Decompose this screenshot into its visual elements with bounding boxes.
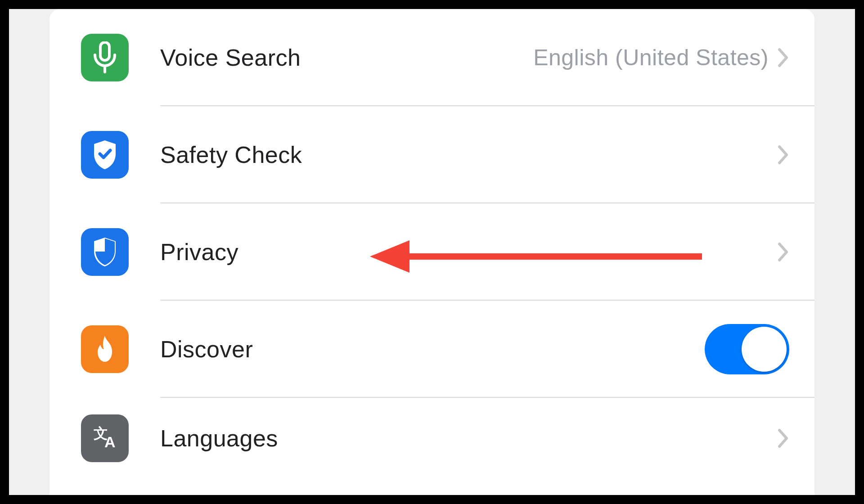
settings-row-safety-check[interactable]: Safety Check — [50, 106, 814, 203]
settings-panel: Voice Search English (United States) Saf… — [50, 9, 814, 495]
settings-row-privacy[interactable]: Privacy — [50, 203, 814, 301]
row-label: Languages — [160, 425, 778, 452]
microphone-icon — [81, 34, 129, 81]
chevron-right-icon — [778, 145, 789, 165]
settings-row-voice-search[interactable]: Voice Search English (United States) — [50, 9, 814, 106]
row-label: Privacy — [160, 238, 778, 266]
chevron-right-icon — [778, 242, 789, 262]
discover-toggle[interactable] — [705, 324, 789, 374]
row-label: Safety Check — [160, 141, 778, 168]
chevron-right-icon — [778, 428, 789, 448]
shield-privacy-icon — [81, 228, 129, 276]
chevron-right-icon — [778, 48, 789, 68]
row-label: Voice Search — [160, 44, 533, 71]
shield-check-icon — [81, 131, 129, 179]
translate-icon: 文 A — [81, 414, 129, 462]
svg-text:A: A — [104, 433, 116, 450]
toggle-knob — [742, 327, 787, 372]
settings-row-discover[interactable]: Discover — [50, 301, 814, 398]
screenshot-frame: Voice Search English (United States) Saf… — [9, 9, 855, 495]
flame-icon — [81, 325, 129, 373]
row-label: Discover — [160, 336, 705, 363]
settings-row-languages[interactable]: 文 A Languages — [50, 398, 814, 479]
svg-rect-0 — [100, 42, 109, 60]
settings-list: Voice Search English (United States) Saf… — [50, 9, 814, 479]
row-value: English (United States) — [533, 45, 769, 71]
